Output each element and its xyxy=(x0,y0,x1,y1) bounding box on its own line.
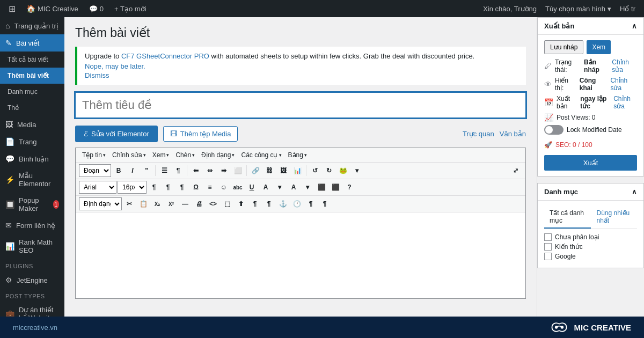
format-select[interactable]: Định dạng xyxy=(79,197,122,210)
blocks-button[interactable]: ⬛ xyxy=(315,181,328,194)
collapse-icon[interactable]: ∧ xyxy=(632,22,637,30)
font-size-select[interactable]: 16px xyxy=(118,181,147,194)
menu-file[interactable]: Tệp tin ▾ xyxy=(79,150,109,160)
save-draft-button[interactable]: Lưu nháp xyxy=(544,40,583,54)
visibility-edit-link[interactable]: Chỉnh sửa xyxy=(610,77,637,92)
hr-button[interactable]: ≡ xyxy=(203,181,216,194)
add-media-button[interactable]: 🎞 Thêm tệp Media xyxy=(163,126,238,142)
align-center-button[interactable]: ⇔ xyxy=(203,164,216,177)
underline-button[interactable]: U xyxy=(245,181,258,194)
comments-item[interactable]: 💬 0 xyxy=(85,0,108,17)
noneditable-button[interactable]: ¶ xyxy=(318,197,331,210)
columns-button[interactable]: ⬛ xyxy=(329,181,342,194)
dismiss-link[interactable]: Dismiss xyxy=(85,71,518,79)
superscript-button[interactable]: X² xyxy=(165,197,178,210)
lock-modified-toggle[interactable] xyxy=(544,125,564,135)
unlink-button[interactable]: ⛓ xyxy=(263,164,276,177)
align-right-button[interactable]: ➡ xyxy=(217,164,230,177)
sidebar-item-pages[interactable]: 📄 Trang xyxy=(0,133,64,150)
quote-button[interactable]: " xyxy=(140,164,153,177)
sidebar-item-forms[interactable]: ✉ Form liên hệ xyxy=(0,217,64,234)
edit-elementor-button[interactable]: ℰ Sửa với Elementor xyxy=(75,126,158,142)
sidebar-item-dashboard[interactable]: ⌂ Trang quản trị xyxy=(0,17,64,34)
special2-button[interactable]: 🕐 xyxy=(290,197,303,210)
editor-body[interactable] xyxy=(76,212,525,298)
backcolor-button[interactable]: A xyxy=(287,181,300,194)
nonbreaking-button[interactable]: ¶ xyxy=(262,197,275,210)
sidebar-item-design-project[interactable]: 💼 Dự án thiết kế Website xyxy=(0,302,64,317)
copy-button[interactable]: 📋 xyxy=(137,197,150,210)
indent-button[interactable]: ¶ xyxy=(148,181,160,194)
link-button[interactable]: 🔗 xyxy=(249,164,262,177)
view-button[interactable]: Xem xyxy=(587,40,611,54)
image-button[interactable]: 🖼 xyxy=(277,164,290,177)
status-edit-link[interactable]: Chỉnh sửa xyxy=(612,58,637,74)
menu-format[interactable]: Định dạng ▾ xyxy=(198,150,238,160)
align-justify-button[interactable]: ⬜ xyxy=(231,164,244,177)
post-title-input[interactable] xyxy=(75,92,526,118)
menu-tools[interactable]: Các công cụ ▾ xyxy=(238,150,284,160)
screen-options-btn[interactable]: Tùy chọn màn hình ▾ xyxy=(541,0,616,17)
sidebar-item-popup-maker[interactable]: 🔲 Popup Maker 1 xyxy=(0,192,64,217)
sidebar-item-add-post[interactable]: Thêm bài viết xyxy=(0,68,64,84)
forecolor-pick[interactable]: ▾ xyxy=(273,181,286,194)
ltr-button[interactable]: ¶ xyxy=(175,181,188,194)
cut-button[interactable]: ✂ xyxy=(123,197,136,210)
upload-button[interactable]: ⬆ xyxy=(235,197,247,210)
template-button[interactable]: ⬚ xyxy=(221,197,233,210)
redo-button[interactable]: ↻ xyxy=(323,164,335,177)
special-char-button[interactable]: Ω xyxy=(189,181,202,194)
cat-checkbox-google[interactable] xyxy=(544,253,552,260)
sidebar-item-posts[interactable]: ✎ Bài viết xyxy=(0,34,64,52)
site-name-item[interactable]: 🏠 MIC Creative xyxy=(22,0,83,17)
subscript-button[interactable]: X₂ xyxy=(151,197,164,210)
sidebar-item-rank-math[interactable]: 📊 Rank Math SEO xyxy=(0,234,64,259)
sidebar-item-elementor[interactable]: ⚡ Mẫu Elementor xyxy=(0,167,64,192)
menu-edit[interactable]: Chỉnh sửa ▾ xyxy=(109,150,149,160)
undo-button[interactable]: ↺ xyxy=(309,164,321,177)
emoticon-button[interactable]: ☺ xyxy=(217,181,230,194)
nope-link[interactable]: Nope, may be later. xyxy=(85,62,518,70)
wp-logo-item[interactable]: ⊞ xyxy=(4,0,20,17)
abbr-button[interactable]: abc xyxy=(231,181,244,194)
text-tab[interactable]: Văn bản xyxy=(500,128,526,140)
anchor-button[interactable]: ⚓ xyxy=(276,197,289,210)
publish-edit-link[interactable]: Chỉnh sửa xyxy=(613,95,637,110)
cat-tab-popular[interactable]: Dùng nhiều nhất xyxy=(591,206,637,229)
code-button[interactable]: <> xyxy=(207,197,219,210)
fullscreen-button[interactable]: ⤢ xyxy=(509,164,522,177)
sidebar-item-categories[interactable]: Danh mục xyxy=(0,84,64,100)
paragraph-select[interactable]: Đoạn xyxy=(79,164,111,177)
emoji-button[interactable]: 🐸 xyxy=(336,164,349,177)
help-btn[interactable]: Hổ tr xyxy=(616,0,640,17)
forecolor-button[interactable]: A xyxy=(259,181,272,194)
pagebreak-button[interactable]: ¶ xyxy=(304,197,317,210)
list-ordered-button[interactable]: ¶ xyxy=(172,164,185,177)
table-button[interactable]: 📊 xyxy=(291,164,304,177)
help-btn2[interactable]: ? xyxy=(343,181,356,194)
cat-tab-all[interactable]: Tất cả danh mục xyxy=(544,206,591,229)
sidebar-item-tags[interactable]: Thẻ xyxy=(0,100,64,116)
show-blocks-button[interactable]: ¶ xyxy=(248,197,261,210)
cat-checkbox-uncategorized[interactable] xyxy=(544,233,552,241)
sidebar-item-media[interactable]: 🖼 Media xyxy=(0,116,64,133)
font-select[interactable]: Arial xyxy=(79,181,116,194)
notice-link[interactable]: CF7 GSheetConnector PRO xyxy=(121,52,209,60)
align-left-button[interactable]: ⬅ xyxy=(189,164,202,177)
list-unordered-button[interactable]: ☰ xyxy=(158,164,171,177)
horizontal-rule-button[interactable]: — xyxy=(179,197,192,210)
menu-table[interactable]: Bảng ▾ xyxy=(285,150,310,160)
sidebar-item-all-posts[interactable]: Tất cả bài viết xyxy=(0,52,64,68)
italic-button[interactable]: I xyxy=(126,164,139,177)
backcolor-pick[interactable]: ▾ xyxy=(301,181,314,194)
add-new-item[interactable]: + Tạo mới xyxy=(110,0,150,17)
menu-insert[interactable]: Chèn ▾ xyxy=(172,150,198,160)
more-button[interactable]: ▾ xyxy=(350,164,363,177)
collapse-icon[interactable]: ∧ xyxy=(632,188,637,196)
menu-view[interactable]: Xem ▾ xyxy=(149,150,173,160)
visual-tab[interactable]: Trực quan xyxy=(463,128,494,140)
cat-checkbox-knowledge[interactable] xyxy=(544,243,552,251)
sidebar-item-comments[interactable]: 💬 Bình luận xyxy=(0,150,64,167)
publish-button[interactable]: Xuất xyxy=(544,155,637,171)
bold-button[interactable]: B xyxy=(112,164,125,177)
